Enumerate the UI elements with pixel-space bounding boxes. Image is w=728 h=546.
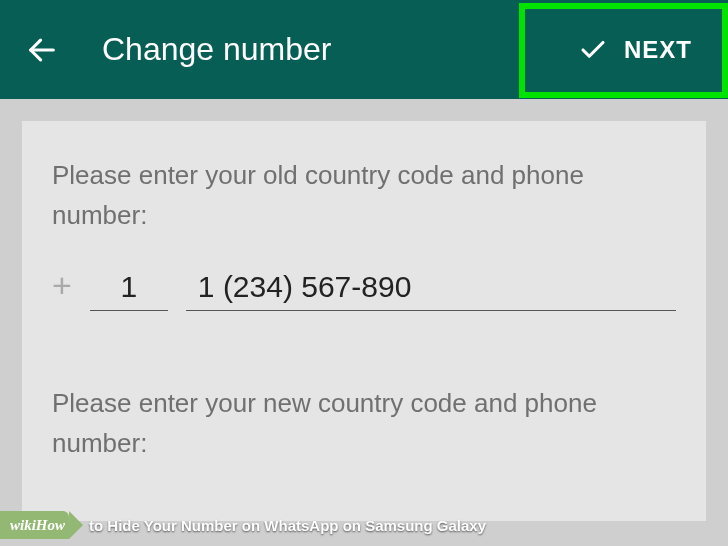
wikihow-banner: wikiHow to Hide Your Number on WhatsApp …	[0, 510, 496, 540]
wikihow-caption: to Hide Your Number on WhatsApp on Samsu…	[69, 512, 496, 539]
plus-prefix: +	[52, 266, 72, 311]
wikihow-logo-wiki: wiki	[10, 517, 36, 533]
next-button[interactable]: NEXT	[554, 20, 716, 80]
next-button-label: NEXT	[624, 36, 692, 64]
wikihow-logo-how: How	[36, 517, 65, 533]
new-number-prompt: Please enter your new country code and p…	[52, 383, 676, 464]
old-number-row: +	[52, 266, 676, 311]
arrow-left-icon	[25, 33, 59, 67]
old-country-code-input[interactable]	[90, 266, 168, 311]
screen-root: Change number NEXT Please enter your old…	[0, 0, 728, 546]
form-card: Please enter your old country code and p…	[22, 121, 706, 521]
wikihow-logo: wikiHow	[0, 511, 69, 539]
page-title: Change number	[102, 31, 554, 68]
content-area: Please enter your old country code and p…	[0, 99, 728, 543]
old-number-prompt: Please enter your old country code and p…	[52, 155, 676, 236]
app-bar: Change number NEXT	[0, 0, 728, 99]
old-phone-input[interactable]	[186, 266, 676, 311]
check-icon	[578, 35, 608, 65]
back-button[interactable]	[12, 20, 72, 80]
